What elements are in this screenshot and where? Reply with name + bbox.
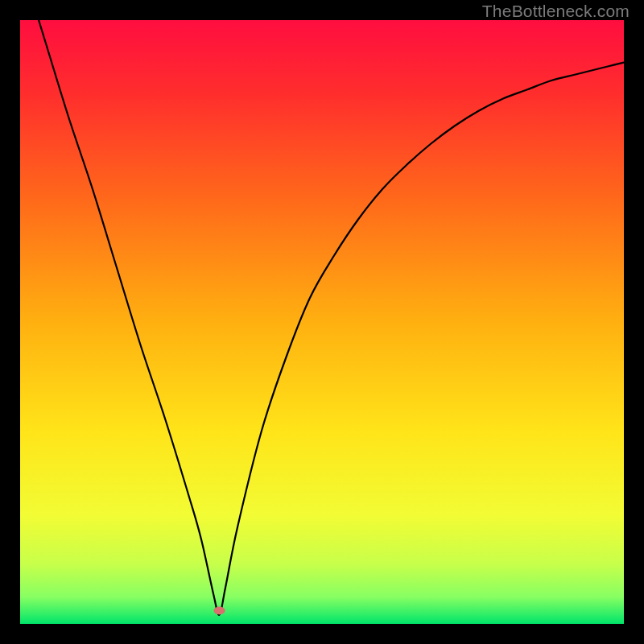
gradient-rect	[20, 20, 624, 624]
chart-frame: TheBottleneck.com	[0, 0, 644, 644]
minimum-marker	[214, 607, 225, 615]
chart-svg	[20, 20, 624, 624]
plot-area	[20, 20, 624, 624]
watermark-label: TheBottleneck.com	[482, 2, 630, 21]
